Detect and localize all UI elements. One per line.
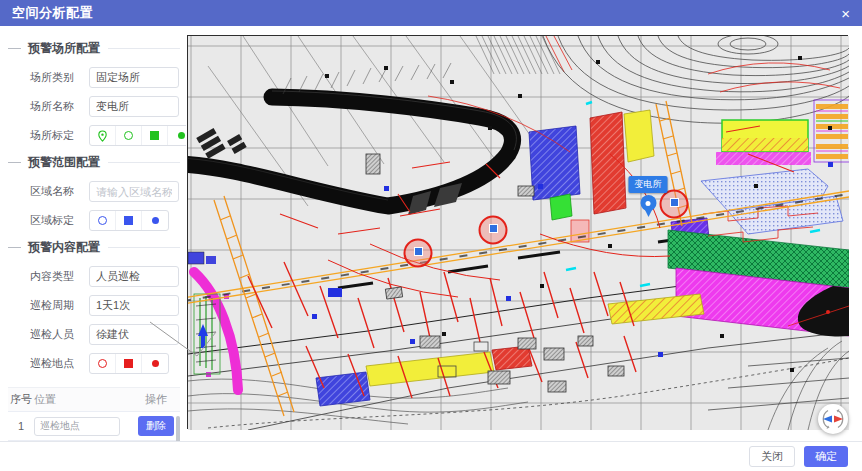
- circle-marker-icon[interactable]: [116, 126, 142, 145]
- patrol-point-square: [670, 198, 679, 207]
- section-dash: [8, 48, 21, 49]
- circle-marker-icon[interactable]: [90, 211, 116, 230]
- region-mark-icon-group: [89, 210, 169, 231]
- row-index: 1: [8, 420, 34, 432]
- section-title: 预警场所配置: [28, 40, 100, 57]
- section-title: 预警内容配置: [28, 239, 100, 256]
- dialog-footer: 关闭 确定: [0, 441, 862, 471]
- field-place-name: 场所名称: [30, 96, 186, 117]
- patrol-point-table: 序号 位置 操作 1删除2删除3删除: [8, 387, 180, 441]
- patrol-point-square: [414, 247, 423, 256]
- location-pin-icon: [640, 195, 656, 211]
- square-marker-icon[interactable]: [116, 354, 142, 373]
- compass-icon: [821, 407, 845, 431]
- table-header-row: 序号 位置 操作: [8, 388, 180, 412]
- header-location: 位置: [34, 392, 132, 407]
- close-icon[interactable]: ×: [841, 6, 850, 21]
- header-action: 操作: [132, 392, 180, 407]
- section-line: [108, 48, 180, 49]
- close-button[interactable]: 关闭: [749, 446, 795, 467]
- dot-marker-icon[interactable]: [142, 211, 168, 230]
- patrol-point-icon-group: [89, 353, 169, 374]
- square-marker-icon[interactable]: [142, 126, 168, 145]
- field-patrol-person: 巡检人员: [30, 324, 186, 345]
- field-region-name: 区域名称: [30, 181, 186, 202]
- section-dash: [8, 162, 21, 163]
- patrol-cycle-input[interactable]: [89, 295, 179, 316]
- section-range-config: 预警范围配置: [0, 154, 186, 171]
- section-place-config: 预警场所配置: [0, 40, 186, 57]
- place-type-input[interactable]: [89, 67, 179, 88]
- field-region-mark: 区域标定: [30, 210, 186, 231]
- dot-marker-icon[interactable]: [142, 354, 168, 373]
- place-name-input[interactable]: [89, 96, 179, 117]
- dot-marker-icon[interactable]: [168, 126, 186, 145]
- section-line: [108, 247, 180, 248]
- region-mark-label: 区域标定: [30, 213, 82, 228]
- section-dash: [8, 247, 21, 248]
- square-marker-icon[interactable]: [116, 211, 142, 230]
- patrol-point-marker[interactable]: [479, 216, 508, 245]
- content-type-input[interactable]: [89, 266, 179, 287]
- field-place-mark: 场所标定: [30, 125, 186, 146]
- patrol-point-label: 巡检地点: [30, 356, 82, 371]
- content-type-label: 内容类型: [30, 269, 82, 284]
- confirm-button[interactable]: 确定: [804, 446, 848, 467]
- site-map[interactable]: 变电所: [187, 35, 848, 429]
- circle-marker-icon[interactable]: [90, 354, 116, 373]
- substation-marker[interactable]: 变电所: [629, 176, 668, 211]
- patrol-point-square: [489, 224, 498, 233]
- place-name-label: 场所名称: [30, 99, 82, 114]
- region-name-label: 区域名称: [30, 184, 82, 199]
- substation-label: 变电所: [629, 176, 668, 193]
- section-title: 预警范围配置: [28, 154, 100, 171]
- field-patrol-cycle: 巡检周期: [30, 295, 186, 316]
- cad-drawing: [188, 36, 849, 430]
- region-name-input[interactable]: [89, 181, 179, 202]
- section-content-config: 预警内容配置: [0, 239, 186, 256]
- location-input[interactable]: [34, 417, 120, 436]
- section-line: [108, 162, 180, 163]
- compass-control[interactable]: [818, 404, 848, 434]
- place-type-label: 场所类别: [30, 70, 82, 85]
- patrol-point-marker[interactable]: [404, 239, 433, 268]
- dialog-title: 空间分析配置: [12, 4, 93, 22]
- field-content-type: 内容类型: [30, 266, 186, 287]
- place-mark-icon-group: [89, 125, 186, 146]
- place-mark-label: 场所标定: [30, 128, 82, 143]
- patrol-table-body: 1删除2删除3删除: [8, 412, 180, 441]
- patrol-cycle-label: 巡检周期: [30, 298, 82, 313]
- pin-marker-icon[interactable]: [90, 126, 116, 145]
- dialog-title-bar: 空间分析配置 ×: [0, 0, 862, 26]
- delete-button[interactable]: 删除: [138, 416, 174, 436]
- table-row: 1删除: [8, 412, 180, 441]
- patrol-person-label: 巡检人员: [30, 327, 82, 342]
- table-scrollbar[interactable]: [176, 416, 180, 441]
- patrol-person-input[interactable]: [89, 324, 179, 345]
- header-index: 序号: [8, 392, 34, 407]
- field-patrol-point: 巡检地点: [30, 353, 186, 374]
- config-sidebar: 预警场所配置 场所类别 场所名称 场所标定 预警范围配置 区域名称 区域标定: [0, 26, 186, 441]
- field-place-type: 场所类别: [30, 67, 186, 88]
